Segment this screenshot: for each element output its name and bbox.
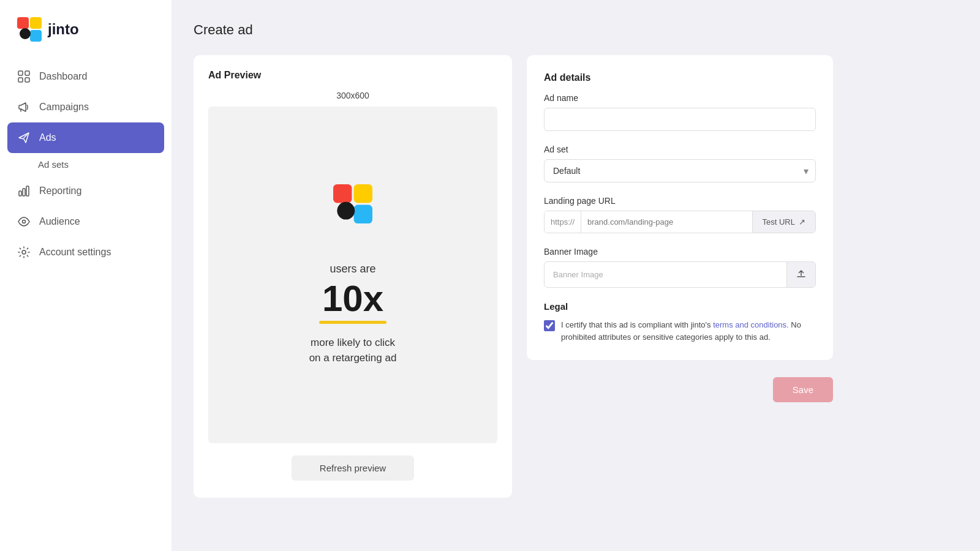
svg-rect-16: [354, 204, 372, 223]
test-url-button[interactable]: Test URL ↗: [752, 211, 815, 233]
logo-icon: [17, 17, 42, 42]
banner-image-group: Banner Image Banner Image: [544, 247, 816, 288]
save-button[interactable]: Save: [773, 377, 833, 402]
landing-page-group: Landing page URL https:// Test URL ↗: [544, 196, 816, 233]
sidebar-item-label: Audience: [39, 216, 80, 227]
ad-text-10x: 10x: [322, 280, 383, 317]
svg-rect-6: [25, 71, 29, 75]
ad-size-label: 300x600: [208, 91, 497, 100]
ad-set-label: Ad set: [544, 144, 816, 154]
ad-details-title: Ad details: [544, 72, 816, 83]
svg-rect-8: [25, 78, 29, 82]
ad-preview-panel: Ad Preview 300x600 users are 10x: [194, 55, 512, 498]
logo-area: jinto: [0, 0, 172, 61]
bar-chart-icon: [17, 184, 31, 198]
paper-plane-icon: [17, 131, 31, 144]
sidebar-item-label: Reporting: [39, 186, 81, 197]
ad-logo-area: [333, 184, 372, 226]
ad-text-more: more likely to click on a retargeting ad: [309, 335, 397, 366]
svg-rect-15: [354, 184, 372, 203]
landing-page-label: Landing page URL: [544, 196, 816, 206]
main-content: Create ad Ad Preview 300x600: [172, 0, 980, 551]
banner-image-label: Banner Image: [544, 247, 816, 257]
sidebar-sub-label: Ad sets: [38, 159, 69, 170]
svg-rect-10: [23, 189, 25, 196]
test-url-label: Test URL: [763, 217, 795, 227]
banner-field-row: Banner Image: [544, 261, 816, 288]
content-area: Ad Preview 300x600 users are 10x: [194, 55, 958, 498]
ad-name-group: Ad name: [544, 93, 816, 131]
ad-set-select-wrapper: Default ▾: [544, 159, 816, 182]
svg-point-12: [23, 220, 26, 223]
ad-set-select[interactable]: Default: [544, 159, 816, 182]
svg-rect-9: [19, 191, 21, 196]
grid-icon: [17, 70, 31, 83]
sidebar-item-campaigns[interactable]: Campaigns: [0, 92, 172, 122]
upload-button[interactable]: [786, 262, 815, 287]
ad-preview-title: Ad Preview: [208, 70, 497, 81]
svg-point-13: [22, 250, 26, 254]
svg-rect-1: [30, 17, 42, 29]
sidebar-item-ad-sets[interactable]: Ad sets: [0, 153, 172, 176]
legal-section: Legal I certify that this ad is complian…: [544, 301, 816, 343]
legal-title: Legal: [544, 301, 816, 312]
svg-rect-7: [18, 78, 23, 82]
sidebar-item-dashboard[interactable]: Dashboard: [0, 61, 172, 92]
sidebar: jinto Dashboard Campaigns: [0, 0, 172, 551]
svg-rect-5: [18, 71, 23, 75]
ad-name-input[interactable]: [544, 108, 816, 131]
landing-url-input[interactable]: [581, 211, 752, 233]
sidebar-item-label: Campaigns: [39, 102, 89, 113]
svg-rect-11: [26, 186, 29, 196]
ad-details-panel: Ad details Ad name Ad set Default ▾: [527, 55, 833, 360]
svg-point-17: [337, 201, 355, 219]
legal-checkbox-row: I certify that this ad is compliant with…: [544, 319, 816, 343]
ad-inner: users are 10x more likely to click on a …: [273, 125, 432, 425]
megaphone-icon: [17, 100, 31, 114]
upload-icon: [796, 268, 807, 281]
legal-text: I certify that this ad is compliant with…: [561, 319, 816, 343]
sidebar-item-label: Dashboard: [39, 71, 87, 82]
ad-preview-frame: users are 10x more likely to click on a …: [208, 107, 497, 443]
bottom-row: Save: [527, 377, 833, 402]
sidebar-item-audience[interactable]: Audience: [0, 206, 172, 237]
url-protocol: https://: [545, 211, 581, 233]
page-title: Create ad: [194, 22, 958, 38]
svg-point-4: [21, 29, 29, 38]
url-field-row: https:// Test URL ↗: [544, 211, 816, 233]
gear-icon: [17, 246, 31, 259]
legal-checkbox[interactable]: [544, 320, 555, 331]
sidebar-item-label: Ads: [39, 132, 56, 143]
refresh-preview-button[interactable]: Refresh preview: [292, 455, 414, 481]
terms-link[interactable]: terms and conditions.: [713, 320, 789, 329]
right-wrapper: Ad details Ad name Ad set Default ▾: [527, 55, 833, 402]
ad-logo-icon: [333, 184, 372, 223]
sidebar-item-reporting[interactable]: Reporting: [0, 176, 172, 206]
sidebar-item-ads[interactable]: Ads: [7, 122, 164, 153]
banner-placeholder: Banner Image: [545, 264, 786, 285]
svg-rect-2: [30, 30, 42, 42]
sidebar-item-label: Account settings: [39, 247, 111, 258]
ad-set-group: Ad set Default ▾: [544, 144, 816, 182]
svg-rect-0: [17, 17, 29, 29]
ad-underline: [319, 321, 386, 324]
ad-name-label: Ad name: [544, 93, 816, 103]
eye-icon: [17, 215, 31, 228]
app-name: jinto: [48, 21, 79, 38]
ad-text-users: users are: [330, 263, 375, 276]
sidebar-item-account-settings[interactable]: Account settings: [0, 237, 172, 268]
external-link-icon: ↗: [799, 217, 805, 227]
svg-rect-14: [333, 184, 352, 203]
